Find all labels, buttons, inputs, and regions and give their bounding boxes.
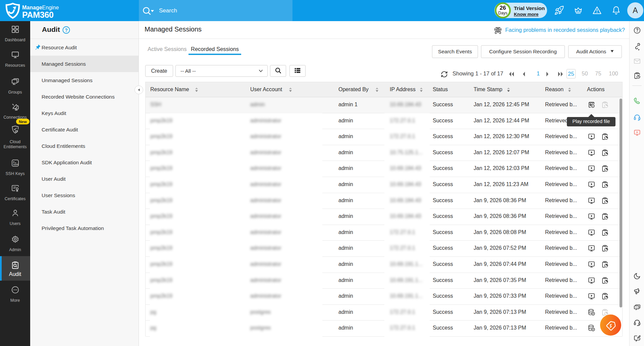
svg-text:SSH: SSH bbox=[13, 163, 18, 166]
svg-text:?: ? bbox=[65, 27, 68, 33]
